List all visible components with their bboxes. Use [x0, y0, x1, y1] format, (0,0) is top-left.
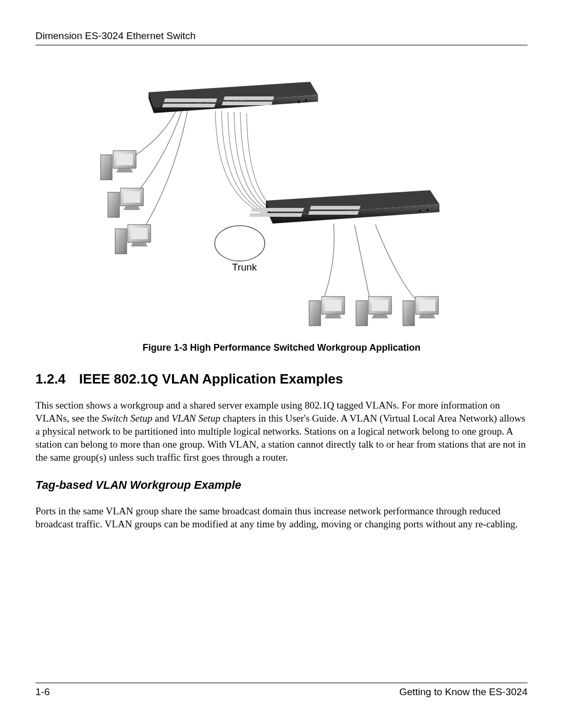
svg-marker-26: [124, 206, 140, 210]
pc-right-2: [356, 297, 391, 326]
trunk-label: Trunk: [232, 262, 257, 273]
svg-rect-14: [249, 213, 302, 217]
svg-rect-23: [108, 192, 119, 217]
switch-top: [149, 82, 318, 113]
svg-marker-22: [116, 168, 133, 172]
network-diagram-svg: Trunk: [91, 61, 472, 342]
svg-rect-27: [115, 229, 127, 254]
svg-rect-21: [116, 154, 133, 165]
svg-rect-33: [325, 300, 341, 311]
svg-rect-35: [356, 301, 368, 326]
header-title: Dimension ES-3024 Ethernet Switch: [35, 30, 195, 41]
svg-rect-39: [403, 301, 414, 326]
svg-point-8: [297, 100, 300, 103]
svg-rect-13: [251, 208, 304, 212]
subheading-tag-vlan: Tag-based VLAN Workgroup Example: [35, 478, 528, 492]
pc-right-3: [403, 297, 438, 326]
pc-left-2: [108, 188, 143, 217]
svg-point-18: [426, 208, 429, 212]
svg-rect-29: [131, 228, 148, 239]
paragraph-intro: This section shows a workgroup and a sha…: [35, 399, 528, 464]
pc-left-3: [115, 225, 151, 254]
svg-point-9: [304, 99, 308, 102]
section-title: IEEE 802.1Q VLAN Application Examples: [79, 371, 343, 387]
svg-rect-15: [310, 206, 360, 209]
svg-rect-41: [419, 300, 435, 311]
p1-b: and: [152, 413, 172, 424]
pc-right-1: [309, 297, 345, 326]
figure-1-3: Trunk: [35, 61, 528, 353]
page-header: Dimension ES-3024 Ethernet Switch: [35, 30, 528, 45]
figure-caption: Figure 1-3 High Performance Switched Wor…: [142, 342, 420, 353]
svg-rect-6: [224, 96, 274, 100]
svg-marker-34: [325, 314, 341, 318]
svg-rect-19: [101, 155, 112, 180]
section-heading-1-2-4: 1.2.4IEEE 802.1Q VLAN Application Exampl…: [35, 371, 528, 387]
svg-point-0: [215, 226, 265, 261]
svg-rect-5: [162, 104, 215, 107]
svg-rect-25: [124, 191, 140, 203]
page-footer: 1-6 Getting to Know the ES-3024: [35, 683, 528, 698]
switch-bottom: [249, 190, 439, 224]
svg-marker-38: [372, 314, 388, 318]
pc-left-1: [101, 151, 136, 180]
svg-marker-42: [419, 314, 435, 318]
svg-marker-30: [131, 242, 148, 246]
svg-rect-16: [308, 211, 359, 215]
section-number: 1.2.4: [35, 371, 66, 387]
figure-illustration: Trunk: [91, 61, 472, 342]
svg-rect-37: [372, 300, 388, 311]
svg-rect-31: [309, 301, 321, 326]
svg-point-17: [418, 209, 421, 213]
svg-rect-4: [164, 98, 217, 102]
paragraph-tag-vlan: Ports in the same VLAN group share the s…: [35, 504, 528, 530]
svg-rect-7: [222, 102, 272, 105]
footer-page-number: 1-6: [35, 686, 50, 698]
p1-ital1: Switch Setup: [102, 413, 153, 424]
footer-chapter: Getting to Know the ES-3024: [399, 686, 528, 698]
p1-ital2: VLAN Setup: [172, 413, 220, 424]
